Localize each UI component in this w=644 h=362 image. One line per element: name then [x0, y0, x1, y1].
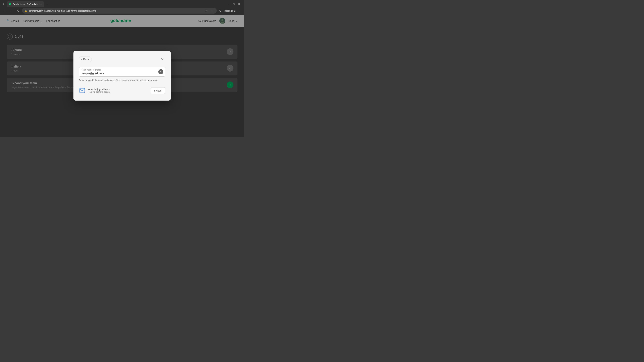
helper-text: Paste or type in the email addresses of … — [79, 79, 165, 82]
tab-close-button[interactable]: ✕ — [39, 2, 42, 5]
svg-rect-7 — [80, 88, 85, 93]
member-email: sample@gmail.com — [88, 88, 148, 91]
new-tab-button[interactable]: + — [45, 2, 50, 6]
browser-menu-button[interactable]: ⋮ — [210, 8, 214, 13]
modal: ‹ Back ✕ Team member emails ✕ Paste or t… — [74, 51, 171, 101]
back-chevron-icon: ‹ — [81, 58, 82, 61]
email-field-input[interactable] — [79, 67, 165, 77]
url-bar[interactable]: 🔒 gofundme.com/manage/help-me-fund-raise… — [22, 8, 217, 13]
url-actions: ☆ ⋮ — [204, 8, 214, 13]
clear-icon: ✕ — [160, 70, 162, 73]
svg-text:g: g — [10, 3, 10, 5]
incognito-label: Incognito (2) — [224, 9, 236, 12]
back-nav-button[interactable]: ← — [2, 8, 8, 13]
member-info: sample@gmail.com Remind them to accept — [88, 88, 148, 93]
lock-icon: 🔒 — [24, 9, 27, 12]
modal-overlay: ‹ Back ✕ Team member emails ✕ Paste or t… — [0, 15, 244, 137]
member-row: sample@gmail.com Remind them to accept I… — [79, 86, 165, 95]
extensions-button[interactable]: ⧉ — [218, 8, 223, 13]
active-tab[interactable]: g Build a team - GoFundMe ✕ — [7, 1, 44, 7]
close-window-button[interactable]: ✕ — [237, 2, 242, 6]
email-field-container: Team member emails ✕ — [79, 67, 165, 77]
address-bar: ← → ↻ 🔒 gofundme.com/manage/help-me-fund… — [0, 7, 244, 15]
tab-list-button[interactable]: ▼ — [1, 2, 6, 6]
restore-button[interactable]: ◻ — [232, 2, 236, 6]
member-subtext: Remind them to accept — [88, 91, 148, 93]
invited-button[interactable]: Invited — [150, 87, 165, 94]
back-button[interactable]: ‹ Back — [79, 56, 92, 62]
envelope-icon — [79, 87, 86, 94]
forward-nav-button[interactable]: → — [9, 8, 14, 13]
invited-label: Invited — [154, 89, 162, 92]
minimize-button[interactable]: ─ — [226, 2, 231, 6]
browser-chrome: ▼ g Build a team - GoFundMe ✕ + ─ ◻ ✕ ← … — [0, 0, 244, 15]
page: 🔍 Search For individuals ⌄ For charities… — [0, 15, 244, 137]
url-text: gofundme.com/manage/help-me-fund-raise-f… — [28, 9, 203, 12]
modal-header: ‹ Back ✕ — [79, 56, 165, 62]
window-controls: ─ ◻ ✕ — [226, 2, 243, 6]
close-modal-button[interactable]: ✕ — [159, 56, 165, 62]
bookmark-button[interactable]: ☆ — [204, 8, 209, 13]
tab-bar: ▼ g Build a team - GoFundMe ✕ + ─ ◻ ✕ — [0, 0, 244, 7]
chrome-menu-button[interactable]: ⋮ — [238, 8, 242, 13]
tab-title: Build a team - GoFundMe — [13, 3, 38, 5]
reload-button[interactable]: ↻ — [16, 8, 21, 13]
back-label: Back — [83, 58, 89, 61]
tab-favicon: g — [9, 3, 12, 5]
close-icon: ✕ — [161, 57, 164, 61]
clear-email-button[interactable]: ✕ — [158, 69, 163, 74]
